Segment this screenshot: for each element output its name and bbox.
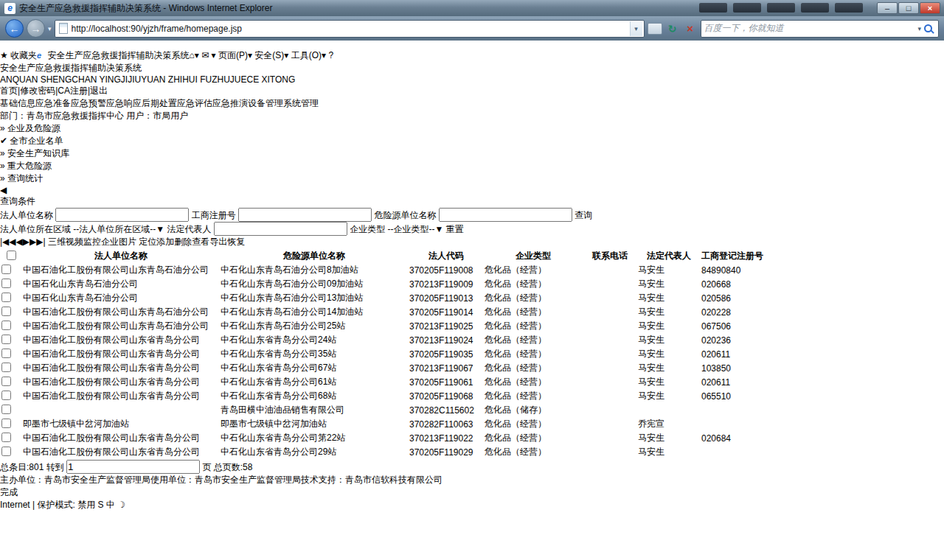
sidebar-item-enterprise-hazard[interactable]: » 企业及危险源 <box>0 122 944 135</box>
hazard-name-input[interactable] <box>439 208 572 222</box>
menu-item[interactable]: 基础信息 <box>0 98 35 108</box>
sidebar-item-knowledge-base[interactable]: » 安全生产知识库 <box>0 147 944 160</box>
row-checkbox[interactable] <box>1 321 11 330</box>
select-all-checkbox[interactable] <box>7 251 16 260</box>
table-row[interactable]: 中国石油化工股份有限公司山东省青岛分公司中石化山东省青岛分公司24站370213… <box>1 334 763 346</box>
search-icon[interactable] <box>924 24 932 32</box>
table-row[interactable]: 中国石油化工股份有限公司山东青岛石油分公司中石化山东青岛石油分公司14加油站37… <box>1 306 763 318</box>
menu-item[interactable]: 应急评估 <box>177 98 212 108</box>
address-input[interactable]: http://localhost:90/yjzh/frame/homepage.… <box>72 24 626 34</box>
table-row[interactable]: 即墨市七级镇中岔河加油站即墨市七级镇中岔河加油站370282F110063危化品… <box>1 418 763 430</box>
toolbar-button[interactable]: 企业图片 <box>101 237 136 247</box>
row-checkbox[interactable] <box>1 433 11 442</box>
table-row[interactable]: 中国石油化工股份有限公司山东省青岛分公司中石化山东省青岛分公司68站370205… <box>1 390 763 402</box>
pager-nav-button[interactable]: ▶| <box>36 237 45 247</box>
menu-item[interactable]: 后期处置 <box>142 98 177 108</box>
stop-button[interactable]: × <box>683 21 698 36</box>
row-checkbox[interactable] <box>1 265 11 274</box>
table-row[interactable]: 中国石油化工股份有限公司山东省青岛分公司中石化山东省青岛分公司35站370205… <box>1 348 763 360</box>
table-row[interactable]: 中国石油化工股份有限公司山东省青岛分公司中石化山东省青岛分公司29站370205… <box>1 446 763 458</box>
sidebar-item-query-stats[interactable]: » 查询统计 <box>0 172 944 185</box>
refresh-button[interactable]: ↻ <box>665 21 680 36</box>
home-button[interactable]: ⌂▾ <box>190 50 199 60</box>
address-bar[interactable]: http://localhost:90/yjzh/frame/homepage.… <box>55 20 645 38</box>
toolbar-button[interactable]: 视频监控 <box>66 237 101 247</box>
sogou-ime-icon[interactable]: S <box>98 500 104 510</box>
menu-item[interactable]: 系统管理 <box>283 98 319 108</box>
table-row[interactable]: 中国石油化工股份有限公司山东省青岛分公司中石化山东省青岛分公司61站370205… <box>1 376 763 388</box>
row-checkbox[interactable] <box>1 307 11 316</box>
row-checkbox[interactable] <box>1 419 11 428</box>
ime-mode-icon[interactable]: 中 <box>106 500 115 510</box>
pager-nav-button[interactable]: |◀ <box>0 237 9 247</box>
row-checkbox[interactable] <box>1 279 11 288</box>
search-dropdown-icon[interactable]: ▾ <box>917 25 921 32</box>
maximize-button[interactable]: □ <box>898 2 919 14</box>
toolbar-button[interactable]: 添加 <box>156 237 174 247</box>
row-checkbox[interactable] <box>1 447 11 456</box>
menu-item[interactable]: 应急准备 <box>35 98 71 108</box>
table-row[interactable]: 中国石油化工股份有限公司山东省青岛分公司中石化山东省青岛分公司第22站37021… <box>1 432 763 444</box>
goto-page-button[interactable]: 转到 <box>46 462 64 472</box>
toolbar-button[interactable]: 定位 <box>139 237 156 247</box>
table-row[interactable]: 中国石油化工股份有限公司山东省青岛分公司中石化山东省青岛分公司67站370213… <box>1 362 763 374</box>
address-dropdown-icon[interactable]: ▾ <box>630 21 642 36</box>
history-dropdown-icon[interactable]: ▾ <box>48 25 52 32</box>
help-icon[interactable]: ? <box>328 50 333 60</box>
region-select[interactable]: --法人单位所在区域--▼ <box>73 224 164 234</box>
menu-item[interactable]: 应急响应 <box>106 98 142 108</box>
row-checkbox[interactable] <box>1 349 11 358</box>
menu-item[interactable]: 应急预警 <box>71 98 106 108</box>
toolbar-button[interactable]: 三维 <box>48 237 66 247</box>
menu-item[interactable]: 设备管理 <box>248 98 283 108</box>
sidebar-splitter[interactable]: ◀ <box>0 185 944 195</box>
close-button[interactable]: × <box>920 2 940 14</box>
row-checkbox[interactable] <box>1 335 11 344</box>
pager-nav-button[interactable]: ▶▶ <box>23 237 36 247</box>
reg-no-input[interactable] <box>238 208 372 222</box>
row-checkbox[interactable] <box>1 363 11 372</box>
toolbar-button[interactable]: 导出 <box>209 237 227 247</box>
toolbar-button[interactable]: 查看 <box>192 237 209 247</box>
favorites-button[interactable]: ★ 收藏夹 <box>0 49 37 62</box>
row-checkbox[interactable] <box>1 405 11 414</box>
collapse-handle-icon[interactable]: ◀ <box>0 185 7 195</box>
moon-icon[interactable]: ☽ <box>117 500 125 510</box>
minimize-button[interactable]: – <box>877 2 898 14</box>
page-menu[interactable]: 页面(P)▾ <box>218 50 252 60</box>
banner-link[interactable]: 修改密码 <box>20 85 55 96</box>
table-row[interactable]: 中国石油化工股份有限公司山东青岛石油分公司中石化山东青岛石油分公司25站3702… <box>1 320 763 332</box>
sidebar-item-major-hazard[interactable]: » 重大危险源 <box>0 160 944 172</box>
row-checkbox[interactable] <box>1 377 11 386</box>
reset-button[interactable]: 重置 <box>446 224 464 234</box>
sidebar-item-city-enterprise-list[interactable]: ✔ 全市企业名单 <box>0 135 944 147</box>
forward-button[interactable]: → <box>27 19 45 38</box>
browser-tab[interactable]: e 安全生产应急救援指挥辅助决策系统 <box>37 49 189 62</box>
table-row[interactable]: 中国石化山东青岛石油分公司中石化山东青岛石油分公司09加油站370213F119… <box>1 278 763 290</box>
read-mail-icon[interactable]: ✉ <box>201 50 209 60</box>
toolbar-button[interactable]: 恢复 <box>227 237 245 247</box>
toolbar-button[interactable]: 删除 <box>174 237 192 247</box>
type-select[interactable]: --企业类型--▼ <box>388 224 444 234</box>
row-checkbox[interactable] <box>1 391 11 400</box>
table-row[interactable]: 青岛田横中油油品销售有限公司370282C115602危化品（储存） <box>1 404 763 416</box>
menu-item[interactable]: 应急推演 <box>212 98 248 108</box>
search-box[interactable]: 百度一下，你就知道 ▾ <box>701 20 939 38</box>
row-checkbox[interactable] <box>1 293 11 302</box>
print-button[interactable]: ▾ <box>212 50 216 60</box>
representative-input[interactable] <box>214 222 347 236</box>
back-button[interactable]: ← <box>5 19 24 38</box>
legal-name-input[interactable] <box>55 208 189 222</box>
table-row[interactable]: 中国石化山东青岛石油分公司中石化山东青岛石油分公司13加油站370205F119… <box>1 292 763 304</box>
pager-nav-button[interactable]: ◀◀ <box>9 237 22 247</box>
table-row[interactable]: 中国石油化工股份有限公司山东青岛石油分公司中石化山东青岛石油分公司8加油站370… <box>1 264 763 276</box>
safety-menu[interactable]: 安全(S)▾ <box>254 50 288 60</box>
search-button[interactable]: 查询 <box>575 210 592 220</box>
search-input[interactable]: 百度一下，你就知道 <box>704 22 915 35</box>
banner-link[interactable]: CA注册 <box>58 85 88 96</box>
banner-link[interactable]: 首页 <box>0 85 18 96</box>
page-number-input[interactable] <box>66 460 200 474</box>
compatibility-view-icon[interactable] <box>648 23 662 35</box>
banner-link[interactable]: 退出 <box>90 85 108 96</box>
tools-menu[interactable]: 工具(O)▾ <box>291 50 326 60</box>
